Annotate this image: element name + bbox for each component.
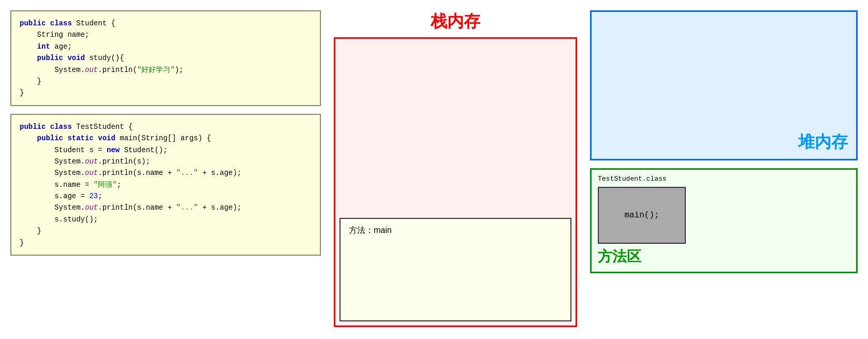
method-area-method-label: main(); [624,211,659,220]
student-class-panel: public class Student { String name; int … [10,10,321,106]
stack-outer-box: 方法：main [334,37,577,327]
main-container: public class Student { String name; int … [0,0,868,339]
stack-frame-label: 方法：main [349,225,562,236]
heap-box: 堆内存 [590,10,858,160]
method-area-box: TestStudent.class main(); 方法区 [590,168,858,273]
stack-memory-column: 栈内存 方法：main [331,10,580,327]
stack-title: 栈内存 [431,10,480,33]
student-code: public class Student { String name; int … [20,18,312,99]
method-area-class-label: TestStudent.class [598,175,850,183]
heap-title: 堆内存 [798,131,848,154]
right-column: 堆内存 TestStudent.class main(); 方法区 [590,10,858,273]
method-area-title: 方法区 [598,244,850,267]
method-area-inner: main(); [598,187,686,244]
test-student-code: public class TestStudent { public static… [20,121,312,248]
left-column: public class Student { String name; int … [10,10,321,256]
test-student-class-panel: public class TestStudent { public static… [10,114,321,256]
main-frame: 方法：main [340,218,571,321]
